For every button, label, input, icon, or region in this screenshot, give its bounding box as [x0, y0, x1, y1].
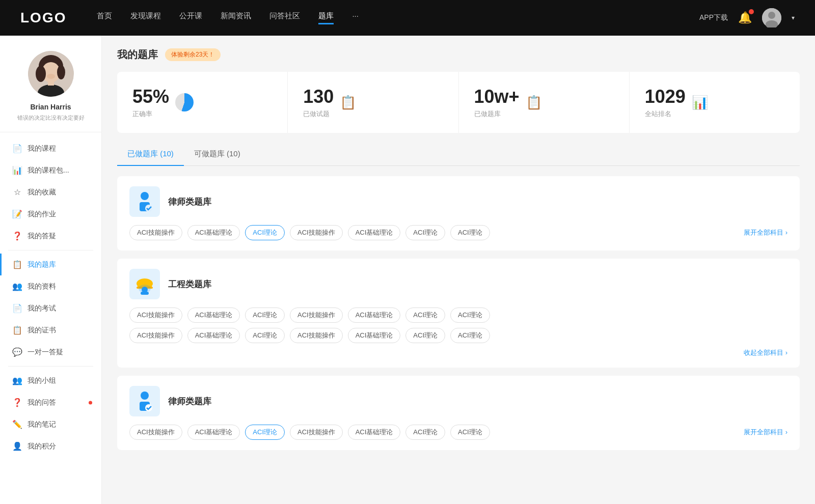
tag-engineer1-r1-4[interactable]: ACI基础理论	[348, 307, 401, 323]
question-dot	[89, 401, 92, 404]
collapse-engineer1[interactable]: 收起全部科目 ›	[129, 348, 787, 357]
sidebar-item-label: 我的课程包...	[28, 166, 69, 175]
nav-link-qbank[interactable]: 题库	[318, 11, 334, 24]
my-group-icon: 👥	[12, 376, 22, 385]
tag-lawyer2-5[interactable]: ACI理论	[405, 425, 445, 440]
sidebar-item-certificate[interactable]: 📋 我的证书	[0, 319, 101, 341]
sidebar-item-label: 我的收藏	[28, 188, 56, 197]
tag-engineer1-r1-1[interactable]: ACI基础理论	[187, 307, 240, 323]
main-content: 我的题库 体验剩余23天！ 55% 正确率 130 已做试题 📋	[102, 36, 815, 504]
svg-rect-20	[141, 292, 149, 295]
tag-engineer1-r1-5[interactable]: ACI理论	[405, 307, 445, 323]
sidebar-item-my-data[interactable]: 👥 我的资料	[0, 275, 101, 297]
sidebar-item-1on1-qa[interactable]: 💬 一对一答疑	[0, 341, 101, 363]
sidebar-item-label: 我的作业	[28, 210, 56, 219]
tag-lawyer1-6[interactable]: ACI理论	[450, 225, 490, 240]
stat-accuracy: 55% 正确率	[117, 72, 288, 133]
tag-engineer1-r1-6[interactable]: ACI理论	[450, 307, 490, 323]
stat-done-questions-text: 130 已做试题	[303, 86, 334, 119]
svg-point-1	[768, 12, 775, 19]
tag-engineer1-r2-2[interactable]: ACI理论	[245, 328, 285, 343]
profile-avatar-svg	[28, 51, 74, 97]
tag-lawyer2-4[interactable]: ACI基础理论	[348, 425, 401, 440]
svg-rect-9	[48, 80, 54, 86]
tag-lawyer1-3[interactable]: ACI技能操作	[290, 225, 343, 240]
tag-lawyer2-1[interactable]: ACI基础理论	[187, 425, 240, 440]
tag-engineer1-r2-1[interactable]: ACI基础理论	[187, 328, 240, 343]
profile-name: Brian Harris	[10, 103, 91, 111]
tag-engineer1-r1-3[interactable]: ACI技能操作	[290, 307, 343, 323]
qbank-tags-lawyer1: ACI技能操作 ACI基础理论 ACI理论 ACI技能操作 ACI基础理论 AC…	[129, 225, 787, 240]
navbar: LOGO 首页 发现课程 公开课 新闻资讯 问答社区 题库 ··· APP下载 …	[0, 0, 815, 36]
tag-engineer1-r2-0[interactable]: ACI技能操作	[129, 328, 182, 343]
my-qa-icon: ❓	[12, 231, 22, 241]
sidebar-item-favorites[interactable]: ☆ 我的收藏	[0, 181, 101, 203]
my-points-icon: 👤	[12, 441, 22, 451]
tag-lawyer2-6[interactable]: ACI理论	[450, 425, 490, 440]
sidebar-profile: Brian Harris 错误的决定比没有决定要好	[0, 36, 101, 132]
tag-lawyer1-0[interactable]: ACI技能操作	[129, 225, 182, 240]
sidebar-item-my-group[interactable]: 👥 我的小组	[0, 370, 101, 391]
sidebar-item-label: 我的笔记	[28, 420, 56, 429]
sidebar-item-my-courses[interactable]: 📄 我的课程	[0, 137, 101, 159]
tag-lawyer1-2[interactable]: ACI理论	[245, 225, 285, 240]
sidebar-divider-1	[8, 250, 93, 250]
sidebar-item-my-points[interactable]: 👤 我的积分	[0, 435, 101, 457]
svg-point-10	[47, 74, 55, 79]
nav-link-courses[interactable]: 发现课程	[130, 11, 161, 24]
nav-link-more[interactable]: ···	[352, 11, 359, 24]
tag-lawyer1-4[interactable]: ACI基础理论	[348, 225, 401, 240]
sidebar-item-homework[interactable]: 📝 我的作业	[0, 203, 101, 225]
nav-chevron-icon[interactable]: ▾	[792, 14, 795, 21]
tab-available[interactable]: 可做题库 (10)	[184, 143, 251, 166]
nav-logo: LOGO	[20, 10, 66, 26]
stats-row: 55% 正确率 130 已做试题 📋 10w+ 已做题库 📋	[117, 72, 800, 133]
nav-app-download[interactable]: APP下载	[699, 13, 728, 22]
stat-done-questions: 130 已做试题 📋	[288, 72, 458, 133]
sidebar-item-course-packages[interactable]: 📊 我的课程包...	[0, 159, 101, 181]
nav-link-home[interactable]: 首页	[97, 11, 112, 24]
tag-lawyer2-3[interactable]: ACI技能操作	[290, 425, 343, 440]
sidebar-item-my-questions[interactable]: ❓ 我的问答	[0, 391, 101, 413]
stat-done-banks-number: 10w+	[474, 86, 520, 107]
tag-lawyer1-1[interactable]: ACI基础理论	[187, 225, 240, 240]
tag-engineer1-r2-3[interactable]: ACI技能操作	[290, 328, 343, 343]
nav-bell[interactable]: 🔔	[738, 11, 752, 24]
sidebar-item-my-notes[interactable]: ✏️ 我的笔记	[0, 413, 101, 435]
qbank-header-lawyer2: 律师类题库	[129, 386, 787, 416]
tag-engineer1-r2-4[interactable]: ACI基础理论	[348, 328, 401, 343]
tag-engineer1-r1-0[interactable]: ACI技能操作	[129, 307, 182, 323]
qbank-icon-lawyer1	[129, 186, 160, 217]
nav-avatar[interactable]	[762, 8, 781, 27]
tag-lawyer2-2[interactable]: ACI理论	[245, 425, 285, 440]
tab-done[interactable]: 已做题库 (10)	[117, 143, 184, 166]
1on1-qa-icon: 💬	[12, 347, 22, 357]
nav-link-qa[interactable]: 问答社区	[269, 11, 300, 24]
tag-engineer1-r2-6[interactable]: ACI理论	[450, 328, 490, 343]
sidebar-item-qbank[interactable]: 📋 我的题库	[0, 254, 101, 275]
tag-engineer1-r1-2[interactable]: ACI理论	[245, 307, 285, 323]
expand-lawyer2[interactable]: 展开全部科目 ›	[744, 428, 787, 437]
tag-engineer1-r2-5[interactable]: ACI理论	[405, 328, 445, 343]
accuracy-pie-chart	[175, 93, 194, 111]
my-data-icon: 👥	[12, 282, 22, 291]
tag-lawyer2-0[interactable]: ACI技能操作	[129, 425, 182, 440]
sidebar-item-my-qa[interactable]: ❓ 我的答疑	[0, 225, 101, 247]
expand-lawyer1[interactable]: 展开全部科目 ›	[744, 228, 787, 237]
stat-ranking-number: 1029	[645, 86, 686, 107]
sidebar-item-my-exam[interactable]: 📄 我的考试	[0, 297, 101, 319]
tag-lawyer1-5[interactable]: ACI理论	[405, 225, 445, 240]
profile-motto: 错误的决定比没有决定要好	[10, 114, 91, 122]
svg-point-6	[36, 66, 46, 82]
nav-link-opencourse[interactable]: 公开课	[179, 11, 202, 24]
nav-link-news[interactable]: 新闻资讯	[221, 11, 251, 24]
sidebar-item-label: 我的小组	[28, 376, 56, 385]
stat-ranking: 1029 全站排名 📊	[630, 72, 800, 133]
certificate-icon: 📋	[12, 325, 22, 335]
my-questions-icon: ❓	[12, 398, 22, 407]
nav-links: 首页 发现课程 公开课 新闻资讯 问答社区 题库 ···	[97, 11, 699, 24]
qbank-title-engineer1: 工程类题库	[168, 278, 211, 290]
sidebar-menu: 📄 我的课程 📊 我的课程包... ☆ 我的收藏 📝 我的作业 ❓ 我的答疑 �	[0, 132, 101, 462]
done-questions-icon: 📋	[340, 95, 356, 110]
svg-point-11	[141, 192, 149, 200]
